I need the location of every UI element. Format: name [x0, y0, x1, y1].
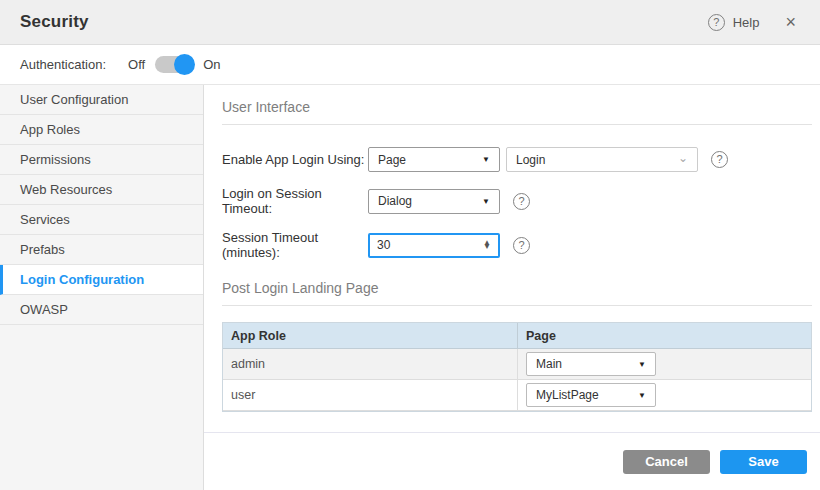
- caret-down-icon: ▼: [638, 360, 646, 369]
- login-using-page-combo[interactable]: Login ⌄: [506, 147, 698, 172]
- sidebar-item-login-configuration[interactable]: Login Configuration: [0, 265, 203, 295]
- save-button[interactable]: Save: [720, 450, 807, 474]
- authentication-row: Authentication: Off On: [0, 45, 820, 85]
- help-link[interactable]: Help: [733, 15, 760, 30]
- section-divider: [222, 124, 812, 125]
- page-select-admin[interactable]: Main ▼: [526, 352, 656, 376]
- caret-down-icon: ▼: [482, 197, 490, 206]
- toggle-knob: [174, 54, 195, 75]
- chevron-down-icon: ⌄: [678, 152, 688, 164]
- page-select-admin-value: Main: [536, 357, 562, 371]
- sidebar-item-owasp[interactable]: OWASP: [0, 295, 203, 325]
- page-select-user-value: MyListPage: [536, 388, 599, 402]
- session-timeout-minutes-help-icon[interactable]: ?: [513, 237, 530, 254]
- cancel-button[interactable]: Cancel: [623, 450, 710, 474]
- login-using-type-select[interactable]: Page ▼: [368, 147, 500, 172]
- footer: Cancel Save: [204, 432, 820, 490]
- spin-down-icon[interactable]: ▼: [483, 245, 491, 249]
- app-role-cell: admin: [223, 349, 517, 379]
- login-using-help-icon[interactable]: ?: [711, 151, 728, 168]
- sidebar: User Configuration App Roles Permissions…: [0, 85, 204, 490]
- session-timeout-login-value: Dialog: [378, 194, 412, 208]
- page-title: Security: [20, 12, 89, 32]
- sidebar-item-services[interactable]: Services: [0, 205, 203, 235]
- toggle-off-label: Off: [128, 57, 145, 72]
- help-icon[interactable]: ?: [708, 14, 725, 31]
- sidebar-item-prefabs[interactable]: Prefabs: [0, 235, 203, 265]
- login-using-label: Enable App Login Using:: [222, 152, 368, 167]
- field-row-login-using: Enable App Login Using: Page ▼ Login ⌄ ?: [222, 147, 812, 172]
- sidebar-item-app-roles[interactable]: App Roles: [0, 115, 203, 145]
- toggle-on-label: On: [203, 57, 220, 72]
- field-row-session-timeout-minutes: Session Timeout (minutes): ▲ ▼ ?: [222, 230, 812, 260]
- sidebar-item-web-resources[interactable]: Web Resources: [0, 175, 203, 205]
- field-row-session-timeout-login: Login on Session Timeout: Dialog ▼ ?: [222, 186, 812, 216]
- column-header-page: Page: [517, 323, 811, 348]
- number-stepper[interactable]: ▲ ▼: [483, 241, 491, 250]
- column-header-app-role: App Role: [223, 323, 517, 348]
- authentication-label: Authentication:: [20, 57, 106, 72]
- caret-down-icon: ▼: [482, 155, 490, 164]
- section-divider: [222, 305, 812, 306]
- login-using-page-value: Login: [516, 153, 545, 167]
- session-timeout-login-help-icon[interactable]: ?: [513, 193, 530, 210]
- table-row: admin Main ▼: [223, 349, 811, 380]
- caret-down-icon: ▼: [638, 391, 646, 400]
- main-content: User Interface Enable App Login Using: P…: [204, 85, 820, 490]
- session-timeout-login-select[interactable]: Dialog ▼: [368, 189, 500, 214]
- section-title-landing: Post Login Landing Page: [222, 280, 812, 296]
- security-dialog: Security ? Help × Authentication: Off On…: [0, 0, 820, 490]
- authentication-toggle[interactable]: [155, 56, 193, 73]
- login-using-type-value: Page: [378, 153, 406, 167]
- sidebar-item-permissions[interactable]: Permissions: [0, 145, 203, 175]
- landing-page-table: App Role Page admin Main ▼ user: [222, 322, 812, 412]
- table-header-row: App Role Page: [223, 323, 811, 349]
- session-timeout-minutes-input-wrap: ▲ ▼: [368, 233, 500, 258]
- table-row: user MyListPage ▼: [223, 380, 811, 411]
- app-role-cell: user: [223, 380, 517, 410]
- session-timeout-minutes-label: Session Timeout (minutes):: [222, 230, 368, 260]
- titlebar: Security ? Help ×: [0, 0, 820, 45]
- session-timeout-login-label: Login on Session Timeout:: [222, 186, 368, 216]
- sidebar-item-user-configuration[interactable]: User Configuration: [0, 85, 203, 115]
- page-select-user[interactable]: MyListPage ▼: [526, 383, 656, 407]
- session-timeout-minutes-input[interactable]: [377, 238, 467, 252]
- section-title-user-interface: User Interface: [222, 99, 812, 115]
- close-icon[interactable]: ×: [781, 11, 800, 33]
